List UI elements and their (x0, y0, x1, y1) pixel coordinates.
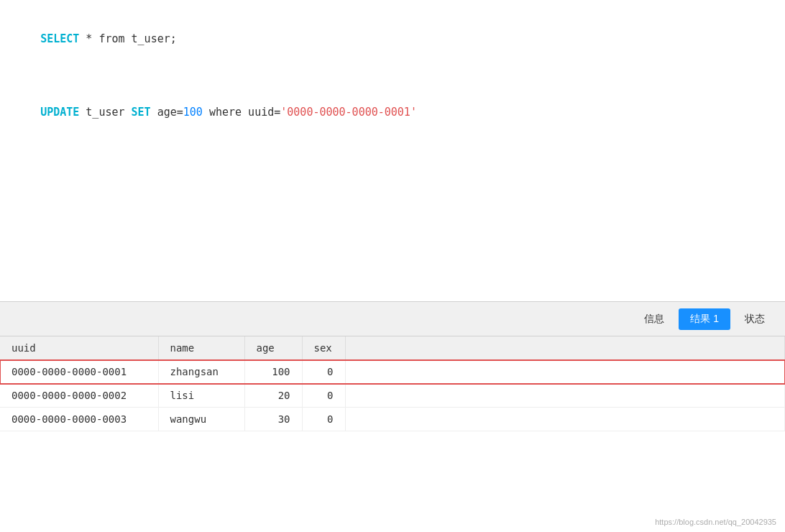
cell-extra (345, 408, 785, 431)
cell-age: 100 (244, 360, 302, 384)
cell-sex: 0 (302, 360, 345, 384)
sql-field: age= (151, 106, 183, 119)
col-header-uuid: uuid (0, 336, 158, 360)
results-area: uuid name age sex 0000-0000-0000-0001zha… (0, 336, 785, 532)
col-header-age: age (244, 336, 302, 360)
col-header-extra (345, 336, 785, 360)
table-row: 0000-0000-0000-0001zhangsan1000 (0, 360, 785, 384)
tab-status[interactable]: 状态 (733, 308, 776, 330)
col-header-name: name (158, 336, 244, 360)
keyword-update: UPDATE (40, 106, 79, 119)
cell-extra (345, 360, 785, 384)
sql-table-1: t_user; (125, 32, 177, 45)
table-row: 0000-0000-0000-0003wangwu300 (0, 408, 785, 431)
cell-age: 20 (244, 384, 302, 408)
tab-info[interactable]: 信息 (633, 308, 676, 330)
keyword-select: SELECT (40, 32, 79, 45)
cell-name: lisi (158, 384, 244, 408)
tab-bar: 信息 结果 1 状态 (0, 302, 785, 336)
tab-result[interactable]: 结果 1 (679, 308, 730, 330)
cell-name: zhangsan (158, 360, 244, 384)
sql-number-value: 100 (183, 106, 203, 119)
cell-sex: 0 (302, 384, 345, 408)
sql-string-value: '0000-0000-0000-0001' (280, 106, 417, 119)
sql-star: * (79, 32, 98, 45)
table-header-row: uuid name age sex (0, 336, 785, 360)
col-header-sex: sex (302, 336, 345, 360)
cell-sex: 0 (302, 408, 345, 431)
keyword-where: where (203, 106, 242, 119)
cell-age: 30 (244, 408, 302, 431)
keyword-from: from (98, 32, 124, 45)
table-row: 0000-0000-0000-0002lisi200 (0, 384, 785, 408)
sql-table-2: t_user (79, 106, 131, 119)
cell-uuid: 0000-0000-0000-0003 (0, 408, 158, 431)
cell-name: wangwu (158, 408, 244, 431)
cell-extra (345, 384, 785, 408)
watermark: https://blog.csdn.net/qq_20042935 (655, 518, 776, 526)
cell-uuid: 0000-0000-0000-0001 (0, 360, 158, 384)
sql-editor[interactable]: SELECT * from t_user; UPDATE t_user SET … (0, 0, 785, 302)
cell-uuid: 0000-0000-0000-0002 (0, 384, 158, 408)
keyword-set: SET (132, 106, 151, 119)
results-table: uuid name age sex 0000-0000-0000-0001zha… (0, 336, 785, 431)
sql-condition-field: uuid= (242, 106, 280, 119)
sql-line-1: SELECT * from t_user; (14, 12, 771, 67)
sql-line-2: UPDATE t_user SET age=100 where uuid='00… (14, 85, 771, 140)
